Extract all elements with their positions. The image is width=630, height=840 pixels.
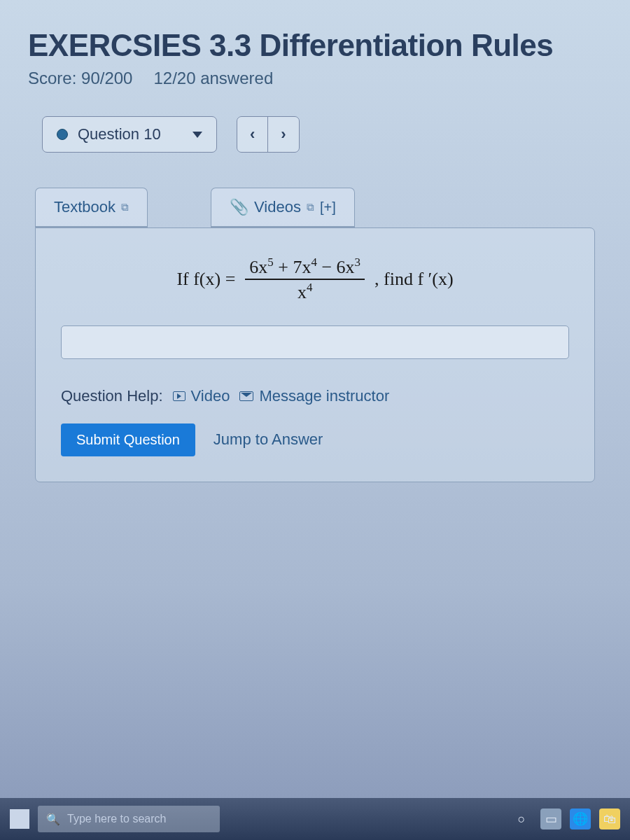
mail-icon (239, 391, 253, 401)
prev-question-button[interactable]: ‹ (237, 117, 267, 152)
taskview-icon[interactable]: ▭ (540, 808, 561, 830)
tab-videos-label: Videos (254, 198, 301, 216)
help-video-label: Video (191, 387, 230, 405)
question-selector[interactable]: Question 10 (42, 116, 217, 153)
tab-textbook[interactable]: Textbook ⧉ (35, 188, 148, 227)
tab-textbook-label: Textbook (54, 198, 115, 216)
question-label: Question 10 (78, 125, 161, 144)
score-row: Score: 90/200 12/20 answered (28, 69, 602, 88)
submit-button[interactable]: Submit Question (61, 424, 195, 456)
fraction-denominator: x4 (298, 280, 312, 302)
caret-down-icon (192, 132, 202, 138)
question-card: If f(x) = 6x5 + 7x4 − 6x3 x4 , find f ′(… (35, 227, 595, 482)
browser-icon[interactable]: 🌐 (570, 808, 591, 830)
search-icon: 🔍 (46, 813, 60, 826)
help-message-label: Message instructor (259, 387, 389, 405)
search-placeholder: Type here to search (67, 813, 166, 825)
store-icon[interactable]: 🛍 (599, 808, 620, 830)
tab-videos[interactable]: 📎 Videos ⧉ [+] (211, 188, 355, 227)
help-label: Question Help: (61, 387, 163, 405)
help-video-link[interactable]: Video (173, 387, 230, 405)
answer-input[interactable] (61, 326, 569, 359)
cortana-icon[interactable]: ○ (511, 808, 532, 830)
jump-to-answer-link[interactable]: Jump to Answer (214, 430, 323, 449)
problem-suffix: , find f ′(x) (374, 269, 454, 290)
fraction: 6x5 + 7x4 − 6x3 x4 (245, 256, 365, 303)
prev-next-group: ‹ › (237, 116, 300, 153)
play-icon (173, 391, 186, 401)
answered-label: 12/20 answered (153, 69, 273, 88)
score-label: Score: 90/200 (28, 69, 132, 88)
external-link-icon: ⧉ (307, 201, 314, 214)
paperclip-icon: 📎 (230, 198, 248, 216)
expand-videos-button[interactable]: [+] (320, 200, 336, 216)
help-message-link[interactable]: Message instructor (239, 387, 389, 405)
taskbar-search[interactable]: 🔍 Type here to search (38, 806, 220, 832)
page-title: EXERCSIES 3.3 Differentiation Rules (28, 28, 602, 63)
status-dot-icon (57, 129, 68, 140)
next-question-button[interactable]: › (267, 117, 298, 152)
fraction-numerator: 6x5 + 7x4 − 6x3 (245, 256, 365, 280)
problem-statement: If f(x) = 6x5 + 7x4 − 6x3 x4 , find f ′(… (61, 256, 569, 303)
problem-prefix: If f(x) = (176, 269, 235, 290)
start-button[interactable] (10, 809, 29, 829)
taskbar: 🔍 Type here to search ○ ▭ 🌐 🛍 (0, 798, 630, 840)
external-link-icon: ⧉ (121, 201, 129, 214)
